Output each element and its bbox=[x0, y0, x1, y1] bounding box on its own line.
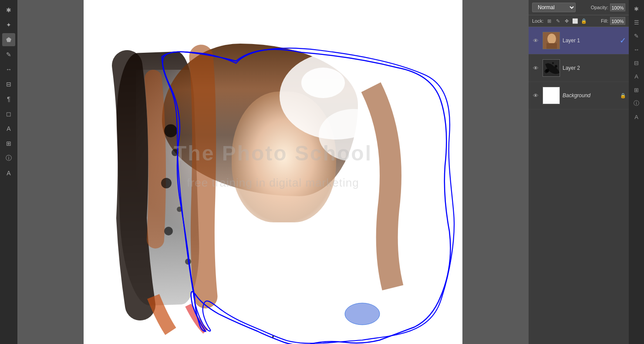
opacity-value[interactable]: 100% bbox=[610, 3, 625, 11]
opacity-label: Opacity: bbox=[591, 5, 608, 10]
opacity-section: Opacity: 100% bbox=[591, 3, 625, 11]
toolbar-tool-9[interactable]: ⊞ bbox=[2, 137, 15, 150]
face-highlight bbox=[232, 92, 336, 222]
background-visibility-toggle[interactable]: 👁 bbox=[531, 91, 540, 100]
right-tool-7[interactable]: ⓘ bbox=[631, 97, 643, 109]
layers-top-bar: Normal Multiply Screen Overlay Opacity: … bbox=[529, 0, 629, 15]
background-thumbnail bbox=[543, 87, 560, 104]
right-tool-2[interactable]: ✎ bbox=[631, 30, 643, 42]
layer-item-background[interactable]: 👁 Background 🔒 bbox=[529, 82, 629, 109]
right-tool-4[interactable]: ⊟ bbox=[631, 57, 643, 69]
blend-mode-select[interactable]: Normal Multiply Screen Overlay bbox=[532, 3, 576, 12]
toolbar-tool-0[interactable]: ✱ bbox=[2, 3, 15, 17]
layer-item-layer1[interactable]: 👁 Layer 1 ✓ bbox=[529, 27, 629, 54]
right-tool-6[interactable]: ⊞ bbox=[631, 84, 643, 96]
svg-point-15 bbox=[555, 65, 557, 68]
toolbar-tool-7[interactable]: ◻ bbox=[2, 107, 15, 120]
lock-all-icon[interactable]: 🔒 bbox=[581, 18, 587, 24]
toolbar-tool-8[interactable]: A bbox=[2, 122, 15, 135]
lock-row: Lock: ⊞ ✎ ✥ ⬜ 🔒 Fill: 100% bbox=[529, 15, 629, 27]
lock-transparent-icon[interactable]: ⊞ bbox=[546, 18, 552, 24]
background-lock-icon: 🔒 bbox=[620, 92, 626, 99]
toolbar-tool-4[interactable]: ↔ bbox=[2, 63, 15, 76]
right-tool-0[interactable]: ✱ bbox=[631, 3, 643, 15]
toolbar-tool-10[interactable]: ⓘ bbox=[2, 152, 15, 165]
toolbar-tool-3[interactable]: ✎ bbox=[2, 48, 15, 61]
svg-rect-12 bbox=[546, 43, 557, 49]
lock-position-icon[interactable]: ✥ bbox=[563, 18, 570, 24]
right-tool-5[interactable]: A bbox=[631, 70, 643, 82]
left-toolbar: ✱ ✦ ⬟ ✎ ↔ ⊟ ¶ ◻ A ⊞ ⓘ A bbox=[0, 0, 17, 344]
lock-image-icon[interactable]: ✎ bbox=[555, 18, 561, 24]
fill-value[interactable]: 100% bbox=[610, 17, 625, 25]
svg-rect-16 bbox=[543, 87, 560, 104]
lock-label: Lock: bbox=[532, 18, 543, 24]
svg-point-11 bbox=[547, 34, 556, 44]
toolbar-tool-6[interactable]: ¶ bbox=[2, 92, 15, 106]
right-icon-strip: ✱ ☰ ✎ ↔ ⊟ A ⊞ ⓘ A bbox=[629, 0, 644, 344]
svg-point-9 bbox=[345, 303, 380, 325]
layer-item-layer2[interactable]: 👁 Layer 2 bbox=[529, 54, 629, 82]
right-tool-3[interactable]: ↔ bbox=[631, 43, 643, 55]
bottom-dot bbox=[272, 336, 274, 337]
layer1-checkmark: ✓ bbox=[620, 36, 626, 45]
fill-label: Fill: bbox=[601, 18, 608, 24]
layer1-visibility-toggle[interactable]: 👁 bbox=[531, 36, 540, 45]
layer1-name: Layer 1 bbox=[563, 37, 616, 44]
right-tool-8[interactable]: A bbox=[631, 111, 643, 123]
background-name: Background bbox=[563, 92, 617, 99]
lock-artboard-icon[interactable]: ⬜ bbox=[572, 18, 578, 24]
canvas-area: The Photo School free training in digita… bbox=[17, 0, 529, 344]
toolbar-tool-1[interactable]: ✦ bbox=[2, 18, 15, 31]
fill-section: Fill: 100% bbox=[597, 17, 625, 25]
layer2-name: Layer 2 bbox=[563, 65, 626, 71]
canvas-background: The Photo School free training in digita… bbox=[84, 0, 462, 344]
svg-point-14 bbox=[546, 69, 549, 72]
layer1-thumbnail bbox=[543, 32, 560, 49]
layer2-thumbnail bbox=[543, 59, 560, 77]
toolbar-tool-5[interactable]: ⊟ bbox=[2, 78, 15, 91]
layer2-visibility-toggle[interactable]: 👁 bbox=[531, 64, 540, 72]
right-tool-1[interactable]: ☰ bbox=[631, 16, 643, 28]
lasso-tool-button[interactable]: ⬟ bbox=[2, 33, 15, 46]
layers-list: 👁 Layer 1 ✓ 👁 bbox=[529, 27, 629, 344]
toolbar-tool-11[interactable]: A bbox=[2, 167, 15, 180]
right-panel: Normal Multiply Screen Overlay Opacity: … bbox=[529, 0, 629, 344]
